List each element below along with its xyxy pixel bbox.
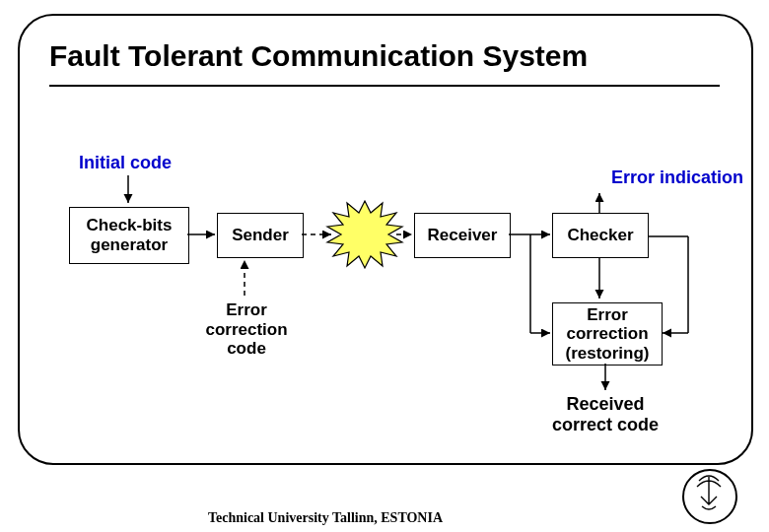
university-logo-icon	[682, 469, 737, 524]
box-receiver: Receiver	[414, 213, 511, 258]
label-error-indication: Error indication	[611, 167, 743, 188]
title-rule	[49, 85, 720, 87]
label-initial-code: Initial code	[79, 153, 172, 173]
label-received-correct-code: Received correct code	[536, 394, 674, 434]
box-checker: Checker	[552, 213, 649, 258]
box-sender: Sender	[217, 213, 304, 258]
label-error-correction-code: Error correction code	[187, 300, 306, 359]
box-check-bits-generator: Check-bits generator	[69, 207, 189, 264]
page-title: Fault Tolerant Communication System	[49, 39, 720, 73]
footer-text: Technical University Tallinn, ESTONIA	[0, 510, 651, 526]
box-error-correction-restoring: Error correction (restoring)	[552, 302, 663, 366]
